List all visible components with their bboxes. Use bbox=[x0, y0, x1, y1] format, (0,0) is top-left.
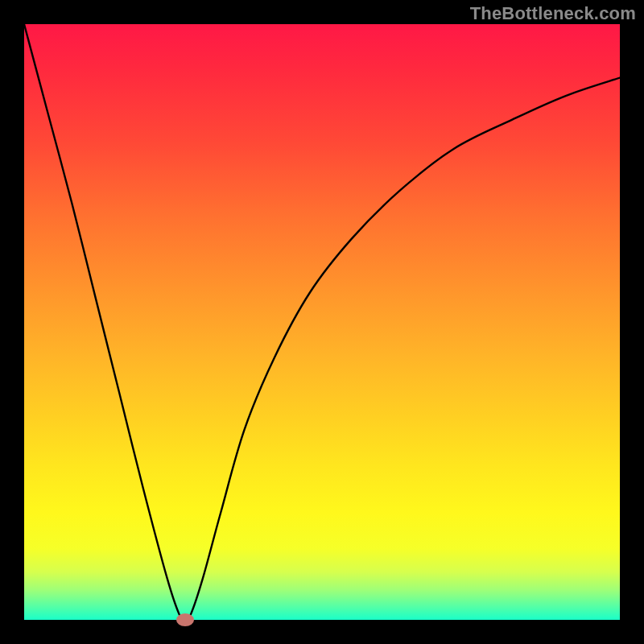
bottleneck-curve bbox=[24, 24, 620, 620]
curve-svg bbox=[24, 24, 620, 620]
plot-area bbox=[24, 24, 620, 620]
minimum-marker bbox=[176, 613, 194, 626]
watermark-text: TheBottleneck.com bbox=[470, 3, 636, 24]
chart-frame: TheBottleneck.com bbox=[0, 0, 644, 644]
